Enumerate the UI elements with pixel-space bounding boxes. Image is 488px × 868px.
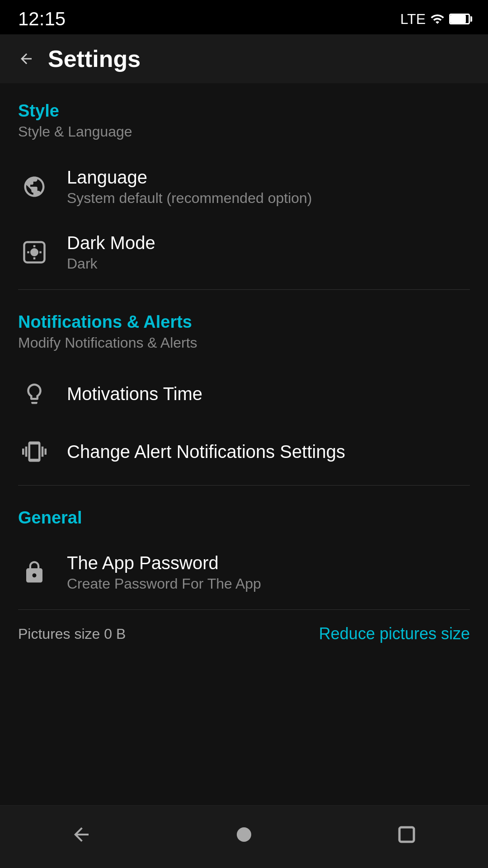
lte-indicator: LTE bbox=[400, 11, 426, 28]
section-notifications-title: Notifications & Alerts bbox=[18, 312, 470, 332]
svg-rect-7 bbox=[399, 827, 414, 842]
lock-icon bbox=[18, 556, 51, 589]
section-notifications: Notifications & Alerts Modify Notificati… bbox=[0, 294, 488, 365]
section-style-subtitle: Style & Language bbox=[18, 123, 470, 140]
nav-recents-icon bbox=[396, 824, 418, 845]
battery-icon bbox=[449, 14, 470, 24]
nav-recents-button[interactable] bbox=[369, 819, 445, 850]
footer-bar: Pictures size 0 B Reduce pictures size bbox=[0, 614, 488, 654]
setting-item-dark-mode[interactable]: Dark Mode Dark bbox=[0, 219, 488, 285]
status-bar: 12:15 LTE bbox=[0, 0, 488, 34]
section-style: Style Style & Language bbox=[0, 83, 488, 154]
status-icons: LTE bbox=[400, 11, 470, 28]
dark-mode-label: Dark Mode bbox=[67, 232, 470, 254]
svg-point-6 bbox=[237, 827, 251, 842]
app-password-value: Create Password For The App bbox=[67, 576, 470, 592]
language-value: System default (recommended option) bbox=[67, 190, 470, 207]
svg-point-1 bbox=[30, 248, 38, 256]
setting-item-motivations-time[interactable]: Motivations Time bbox=[0, 365, 488, 423]
setting-item-app-password[interactable]: The App Password Create Password For The… bbox=[0, 539, 488, 605]
setting-item-change-alert[interactable]: Change Alert Notifications Settings bbox=[0, 423, 488, 481]
back-button[interactable] bbox=[14, 46, 39, 71]
section-notifications-subtitle: Modify Notifications & Alerts bbox=[18, 335, 470, 351]
nav-back-icon bbox=[70, 824, 92, 845]
nav-home-button[interactable] bbox=[206, 819, 282, 850]
language-setting-text: Language System default (recommended opt… bbox=[67, 166, 470, 207]
status-time: 12:15 bbox=[18, 8, 66, 30]
language-label: Language bbox=[67, 166, 470, 188]
signal-icon bbox=[430, 11, 445, 27]
page-title: Settings bbox=[48, 45, 141, 72]
app-bar: Settings bbox=[0, 34, 488, 83]
nav-home-icon bbox=[233, 824, 255, 845]
change-alert-text: Change Alert Notifications Settings bbox=[67, 441, 470, 462]
section-style-title: Style bbox=[18, 101, 470, 121]
globe-icon bbox=[18, 170, 51, 203]
nav-back-button[interactable] bbox=[43, 819, 119, 850]
divider-1 bbox=[18, 289, 470, 290]
motivations-time-text: Motivations Time bbox=[67, 383, 470, 405]
pictures-size-label: Pictures size 0 B bbox=[18, 626, 126, 642]
brightness-icon bbox=[18, 236, 51, 269]
change-alert-label: Change Alert Notifications Settings bbox=[67, 441, 470, 462]
lightbulb-icon bbox=[18, 377, 51, 410]
reduce-pictures-button[interactable]: Reduce pictures size bbox=[319, 623, 470, 645]
dark-mode-setting-text: Dark Mode Dark bbox=[67, 232, 470, 272]
nav-spacer bbox=[0, 654, 488, 717]
setting-item-language[interactable]: Language System default (recommended opt… bbox=[0, 154, 488, 219]
section-general: General bbox=[0, 490, 488, 539]
phone-vibrate-icon bbox=[18, 435, 51, 468]
section-general-title: General bbox=[18, 508, 470, 528]
app-password-text: The App Password Create Password For The… bbox=[67, 552, 470, 592]
app-password-label: The App Password bbox=[67, 552, 470, 574]
back-arrow-icon bbox=[18, 51, 34, 67]
navigation-bar bbox=[0, 805, 488, 868]
dark-mode-value: Dark bbox=[67, 255, 470, 272]
divider-3 bbox=[18, 609, 470, 610]
motivations-time-label: Motivations Time bbox=[67, 383, 470, 405]
divider-2 bbox=[18, 485, 470, 486]
settings-content: Style Style & Language Language System d… bbox=[0, 83, 488, 654]
